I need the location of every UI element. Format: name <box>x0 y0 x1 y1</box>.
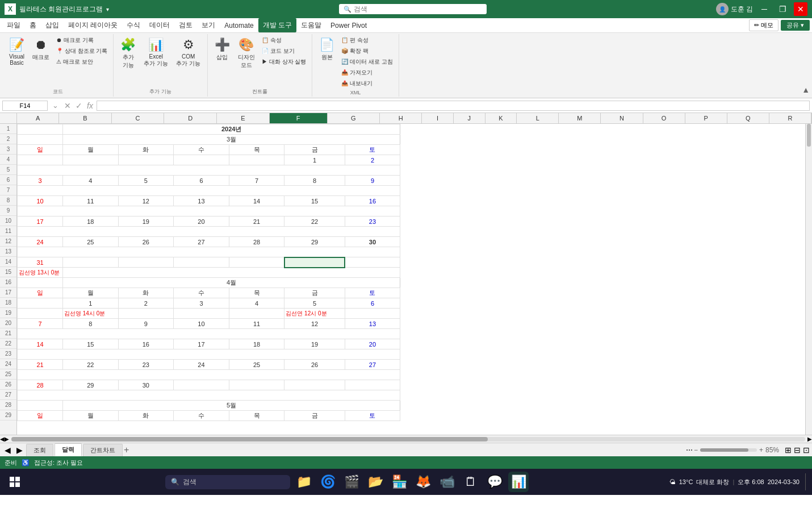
menu-file[interactable]: 파일 <box>2 18 25 32</box>
cell-C12[interactable]: 26 <box>118 237 174 247</box>
cell-A9-merge[interactable] <box>18 206 400 216</box>
cell-A23-merge[interactable] <box>18 349 400 360</box>
cell-C8[interactable]: 12 <box>118 196 174 206</box>
cell-A8[interactable]: 10 <box>18 196 63 206</box>
tab-간트차트[interactable]: 간트차트 <box>83 444 123 456</box>
cell-rest-3[interactable] <box>400 145 805 155</box>
col-header-B[interactable]: B <box>59 113 112 123</box>
cell-G29[interactable]: 토 <box>345 411 400 421</box>
cell-A3[interactable]: 일 <box>18 145 63 155</box>
row-header-14[interactable]: 14 <box>0 257 16 267</box>
cell-D24[interactable]: 24 <box>174 360 229 370</box>
cell-A2[interactable] <box>18 135 63 145</box>
cell-rest-19[interactable] <box>400 309 805 319</box>
cell-E6[interactable]: 7 <box>229 176 284 186</box>
col-header-A[interactable]: A <box>17 113 59 123</box>
taskbar-search[interactable]: 🔍 검색 <box>165 475 290 489</box>
cell-E26[interactable] <box>229 380 284 390</box>
cell-A4[interactable] <box>18 155 63 165</box>
cell-E24[interactable]: 25 <box>229 360 284 370</box>
cell-F12[interactable]: 29 <box>284 237 345 247</box>
cell-A10[interactable]: 17 <box>18 216 63 227</box>
cell-C19[interactable] <box>118 309 174 319</box>
more-options-button[interactable]: ⋯ <box>686 446 693 454</box>
cell-rest-9[interactable] <box>400 206 805 216</box>
add-sheet-button[interactable]: + <box>124 445 129 455</box>
menu-home[interactable]: 홈 <box>25 18 41 32</box>
cell-rest-4[interactable] <box>400 155 805 165</box>
cell-C22[interactable]: 16 <box>118 339 174 349</box>
cell-B19[interactable]: 김선영 14시 0분 <box>63 309 119 319</box>
row-header-15[interactable]: 15 <box>0 267 16 277</box>
cell-D10[interactable]: 20 <box>174 216 229 227</box>
cell-D14[interactable] <box>174 257 229 268</box>
col-header-M[interactable]: M <box>559 113 601 123</box>
zoom-slider[interactable] <box>700 448 757 452</box>
menu-page-layout[interactable]: 페이지 레이아웃 <box>64 18 122 32</box>
cell-E22[interactable]: 18 <box>229 339 284 349</box>
row-header-10[interactable]: 10 <box>0 216 16 226</box>
cell-F24[interactable]: 26 <box>284 360 345 370</box>
tab-달력[interactable]: 달력 <box>55 443 82 456</box>
cell-rest-22[interactable] <box>400 339 805 349</box>
cell-G3[interactable]: 토 <box>345 145 400 155</box>
memo-button[interactable]: ✏ 메모 <box>749 19 778 31</box>
col-header-F[interactable]: F <box>270 113 328 123</box>
close-button[interactable]: ✕ <box>794 2 807 16</box>
cell-rest-7[interactable] <box>400 186 805 196</box>
col-header-H[interactable]: H <box>380 113 422 123</box>
cell-rest-13[interactable] <box>400 247 805 257</box>
cell-F29[interactable]: 금 <box>284 411 345 421</box>
cell-F8[interactable]: 15 <box>284 196 345 206</box>
cell-F6[interactable]: 8 <box>284 176 345 186</box>
cell-B29[interactable]: 월 <box>63 411 119 421</box>
col-header-Q[interactable]: Q <box>727 113 769 123</box>
cell-D20[interactable]: 10 <box>174 319 229 329</box>
cell-G6[interactable]: 9 <box>345 176 400 186</box>
insert-control-button[interactable]: ➕ 삽입 <box>211 35 233 64</box>
cell-rest-28[interactable] <box>400 401 805 411</box>
cell-D17[interactable]: 수 <box>174 288 229 298</box>
record-macro-button[interactable]: ⏺ 매크로 기록 <box>54 35 110 45</box>
col-header-K[interactable]: K <box>485 113 517 123</box>
cell-G17[interactable]: 토 <box>345 288 400 298</box>
cell-E17[interactable]: 목 <box>229 288 284 298</box>
menu-review[interactable]: 검토 <box>174 18 197 32</box>
page-break-view-button[interactable]: ⊡ <box>803 445 810 455</box>
col-header-E[interactable]: E <box>217 113 270 123</box>
cell-D22[interactable]: 17 <box>174 339 229 349</box>
restore-button[interactable]: ❐ <box>776 2 789 16</box>
cell-A12[interactable]: 24 <box>18 237 63 247</box>
spreadsheet[interactable]: 2024년 3월 일 월 화 수 목 <box>17 124 805 435</box>
cell-A28[interactable] <box>18 401 63 411</box>
cell-rest-12[interactable] <box>400 237 805 247</box>
cell-C24[interactable]: 23 <box>118 360 174 370</box>
fx-icon[interactable]: fx <box>86 101 94 110</box>
row-header-24[interactable]: 24 <box>0 359 16 369</box>
cell-rest-1[interactable] <box>400 124 805 135</box>
cell-B22[interactable]: 15 <box>63 339 119 349</box>
col-header-P[interactable]: P <box>685 113 727 123</box>
cell-C17[interactable]: 화 <box>118 288 174 298</box>
share-button[interactable]: 공유 ▾ <box>781 20 810 31</box>
taskbar-app3-button[interactable]: 📂 <box>365 472 386 492</box>
cell-C6[interactable]: 5 <box>118 176 174 186</box>
cancel-icon[interactable]: ✕ <box>63 101 72 110</box>
search-input[interactable] <box>354 5 467 13</box>
row-header-2[interactable]: 2 <box>0 134 16 144</box>
export-button[interactable]: 📤 내보내기 <box>339 78 395 89</box>
cell-A14[interactable]: 31 <box>18 257 63 268</box>
col-header-J[interactable]: J <box>454 113 485 123</box>
row-header-22[interactable]: 22 <box>0 339 16 349</box>
menu-insert[interactable]: 삽입 <box>41 18 64 32</box>
cell-B8[interactable]: 11 <box>63 196 119 206</box>
cell-D6[interactable]: 6 <box>174 176 229 186</box>
cell-A17[interactable]: 일 <box>18 288 63 298</box>
cell-C18[interactable]: 2 <box>118 298 174 309</box>
cell-B16-merge[interactable]: 4월 <box>63 278 400 288</box>
cell-rest-25[interactable] <box>400 370 805 380</box>
scroll-right-button[interactable]: ▶ <box>5 436 9 442</box>
taskbar-app6-button[interactable]: 📹 <box>437 472 457 492</box>
cell-A19[interactable] <box>18 309 63 319</box>
cell-rest-26[interactable] <box>400 380 805 390</box>
